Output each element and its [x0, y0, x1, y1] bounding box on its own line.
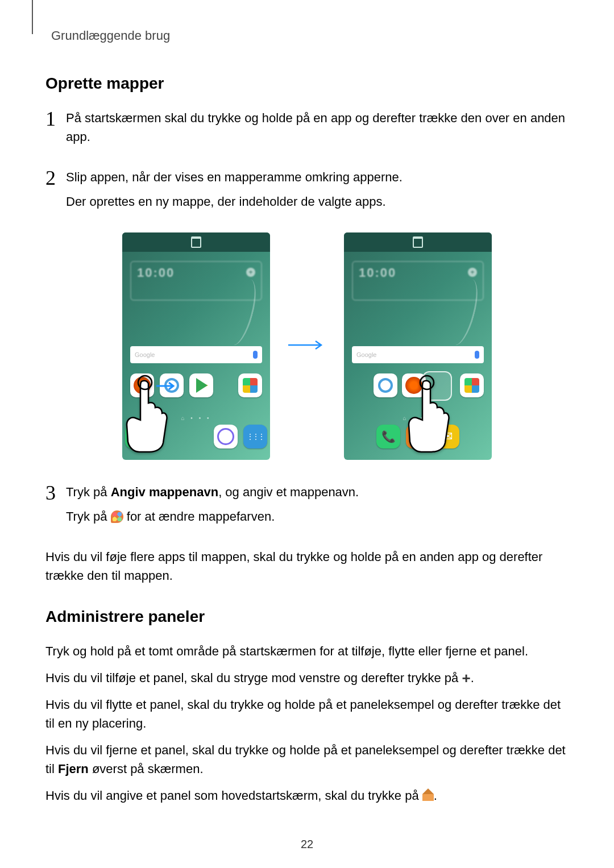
dock-phone-icon	[376, 425, 400, 448]
step-number: 2	[45, 168, 66, 188]
text: .	[471, 671, 474, 685]
step-1-text: På startskærmen skal du trykke og holde …	[66, 109, 569, 146]
bold-text: Fjern	[58, 762, 89, 776]
panels-p5: Hvis du vil angive et panel som hovedsta…	[45, 786, 569, 805]
bold-text: Angiv mappenavn	[111, 485, 218, 499]
breadcrumb: Grundlæggende brug	[51, 28, 569, 43]
step-3-line1: Tryk på Angiv mappenavn, og angiv et map…	[66, 483, 569, 501]
trash-icon	[413, 236, 423, 248]
step-3-line2: Tryk på for at ændre mappefarven.	[66, 507, 569, 526]
page-number: 22	[0, 838, 614, 851]
search-placeholder: Google	[356, 351, 376, 358]
search-bar: Google	[130, 346, 262, 363]
widget-plus-icon: +	[246, 268, 255, 277]
step-2: 2 Slip appen, når der vises en mapperamm…	[45, 168, 569, 217]
text: Hvis du vil angive et panel som hovedsta…	[45, 788, 422, 803]
mic-icon	[475, 351, 479, 359]
text: , og angiv et mappenavn.	[218, 485, 359, 499]
step-number: 3	[45, 483, 66, 503]
header-rule	[32, 0, 33, 34]
step-3: 3 Tryk på Angiv mappenavn, og angiv et m…	[45, 483, 569, 531]
dock-browser-icon	[214, 425, 238, 448]
dock-apps-icon	[243, 425, 267, 448]
text: øverst på skærmen.	[89, 762, 204, 776]
text: Tryk på	[66, 485, 111, 499]
arrow-right-icon	[287, 339, 327, 353]
app-icon-grid	[460, 373, 484, 397]
trash-icon	[191, 236, 201, 248]
hand-pointer-icon	[122, 375, 170, 454]
text: Tryk på	[66, 509, 111, 524]
panels-p4: Hvis du vil fjerne et panel, skal du try…	[45, 741, 569, 778]
phone-before: 10:00 + Google ⌂ • • •	[122, 232, 270, 460]
phone-statusbar	[122, 232, 270, 252]
section-title-manage-panels: Administrere paneler	[45, 608, 569, 626]
mic-icon	[253, 351, 258, 359]
text: Hvis du vil tilføje et panel, skal du st…	[45, 671, 462, 685]
text: for at ændre mappefarven.	[123, 509, 275, 524]
panels-p1: Tryk og hold på et tomt område på starts…	[45, 642, 569, 661]
text: .	[434, 788, 437, 803]
app-icon-play	[189, 373, 213, 397]
step-2-line1: Slip appen, når der vises en mapperamme …	[66, 168, 569, 186]
palette-icon	[111, 510, 123, 523]
step-2-line2: Der oprettes en ny mappe, der indeholder…	[66, 192, 569, 211]
phone-after: 10:00 + Google ⌂ • • •	[344, 232, 492, 460]
widget-plus-icon: +	[468, 268, 477, 277]
widget-time: 10:00	[353, 262, 483, 284]
hand-pointer-icon	[401, 375, 452, 454]
phone-statusbar	[344, 232, 492, 252]
figure-create-folder: 10:00 + Google ⌂ • • •	[45, 232, 569, 460]
search-bar: Google	[352, 346, 484, 363]
app-icon-grid	[238, 373, 262, 397]
app-icon-camera	[374, 373, 397, 397]
para-add-more-apps: Hvis du vil føje flere apps til mappen, …	[45, 547, 569, 585]
panels-p3: Hvis du vil flytte et panel, skal du try…	[45, 695, 569, 733]
panels-p2: Hvis du vil tilføje et panel, skal du st…	[45, 668, 569, 687]
home-icon	[422, 791, 434, 801]
widget-time: 10:00	[131, 262, 261, 284]
search-placeholder: Google	[135, 351, 155, 358]
step-number: 1	[45, 109, 66, 129]
section-title-create-folders: Oprette mapper	[45, 74, 569, 93]
step-1: 1 På startskærmen skal du trykke og hold…	[45, 109, 569, 152]
plus-icon: +	[462, 674, 470, 683]
